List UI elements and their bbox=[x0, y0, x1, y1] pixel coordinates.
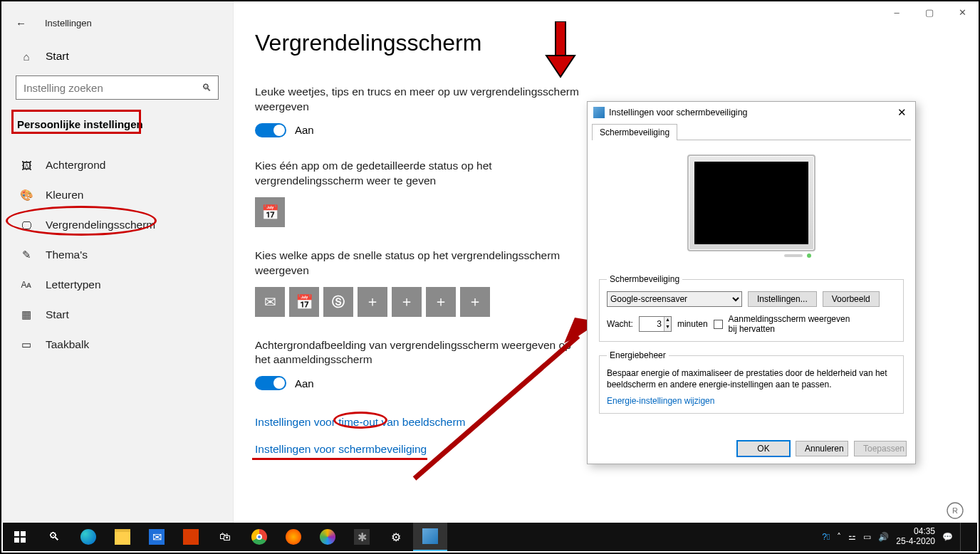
window-title: Instellingen bbox=[45, 18, 92, 28]
taskbar-app-firefox[interactable] bbox=[276, 523, 311, 551]
sidebar-home[interactable]: ⌂ Start bbox=[1, 37, 233, 75]
quick-status-tile-add[interactable]: ＋ bbox=[358, 287, 387, 317]
detailed-status-app-tile[interactable]: 📅 bbox=[255, 197, 285, 227]
setting-detailed-app-label: Kies één app om de gedetailleerde status… bbox=[255, 159, 583, 189]
show-desktop-button[interactable] bbox=[960, 523, 973, 551]
tray-chevron-up-icon[interactable]: ˄ bbox=[837, 532, 841, 542]
taskbar-icon: ▭ bbox=[20, 338, 33, 351]
sidebar-home-label: Start bbox=[46, 50, 69, 63]
setting-quick-apps-label: Kies welke apps de snelle status op het … bbox=[255, 249, 583, 278]
dialog-icon bbox=[593, 107, 605, 118]
quick-status-tile-skype[interactable]: Ⓢ bbox=[323, 287, 353, 317]
wait-label: Wacht: bbox=[607, 319, 633, 329]
lockscreen-icon: 🖵 bbox=[20, 219, 33, 231]
minutes-label: minuten bbox=[677, 319, 708, 329]
home-icon: ⌂ bbox=[20, 51, 33, 63]
dialog-cancel-button[interactable]: Annuleren bbox=[796, 441, 848, 456]
dialog-ok-button[interactable]: OK bbox=[737, 441, 790, 456]
sidebar-item-fonts[interactable]: Aᴀ Lettertypen bbox=[1, 270, 233, 300]
search-icon: 🔍︎ bbox=[202, 82, 212, 93]
toggle-tips-state: Aan bbox=[295, 124, 314, 136]
sidebar-item-lockscreen[interactable]: 🖵 Vergrendelingsscherm bbox=[1, 210, 233, 240]
screensaver-dialog: Instellingen voor schermbeveiliging ✕ Sc… bbox=[587, 101, 916, 464]
quick-status-tile-add[interactable]: ＋ bbox=[460, 287, 490, 317]
themes-icon: ✎ bbox=[20, 249, 33, 261]
quick-status-tile-add[interactable]: ＋ bbox=[392, 287, 422, 317]
sidebar-item-label: Lettertypen bbox=[46, 278, 101, 291]
palette-icon: 🎨 bbox=[20, 189, 33, 202]
sidebar-item-label: Thema's bbox=[46, 249, 88, 261]
svg-text:R: R bbox=[952, 506, 958, 515]
page-title: Vergrendelingsscherm bbox=[255, 30, 950, 56]
back-arrow-icon[interactable]: ← bbox=[16, 17, 26, 29]
quick-status-tile-add[interactable]: ＋ bbox=[426, 287, 456, 317]
sidebar-item-label: Start bbox=[46, 308, 69, 321]
sidebar-item-label: Kleuren bbox=[46, 189, 83, 202]
screensaver-preview-monitor bbox=[687, 155, 815, 260]
taskbar-app-settings[interactable]: ⚙ bbox=[379, 523, 413, 551]
taskbar-app-store[interactable]: 🛍 bbox=[208, 523, 242, 551]
taskbar-app-chrome[interactable] bbox=[242, 523, 276, 551]
search-input[interactable] bbox=[16, 75, 219, 100]
link-screen-timeout[interactable]: Instellingen voor time-out van beeldsche… bbox=[255, 416, 466, 429]
wait-minutes-input[interactable] bbox=[640, 317, 664, 331]
taskbar-app-screensaver-dialog[interactable] bbox=[413, 523, 447, 551]
sidebar-item-label: Achtergrond bbox=[46, 159, 105, 172]
svg-rect-2 bbox=[14, 531, 19, 536]
setting-signin-bg-label: Achtergrondafbeelding van vergrendelings… bbox=[255, 338, 583, 368]
sidebar-item-colors[interactable]: 🎨 Kleuren bbox=[1, 180, 233, 210]
resume-login-checkbox[interactable] bbox=[714, 320, 723, 329]
taskbar-app-picasa[interactable] bbox=[311, 523, 345, 551]
picture-icon: 🖼 bbox=[20, 160, 33, 172]
tray-volume-icon[interactable]: 🔊 bbox=[878, 532, 889, 542]
fonts-icon: Aᴀ bbox=[20, 280, 33, 290]
start-icon: ▦ bbox=[20, 308, 33, 321]
svg-rect-4 bbox=[14, 538, 19, 543]
taskbar-clock[interactable]: 04:35 25-4-2020 bbox=[896, 527, 935, 547]
toggle-tips[interactable] bbox=[255, 123, 286, 137]
dialog-close-button[interactable]: ✕ bbox=[895, 106, 909, 119]
dialog-apply-button: Toepassen bbox=[854, 441, 907, 456]
sidebar: ← Instellingen ⌂ Start 🔍︎ Persoonlijke i… bbox=[1, 1, 234, 523]
group-screensaver-label: Schermbeveiliging bbox=[607, 274, 682, 284]
group-energy-label: Energiebeheer bbox=[607, 350, 669, 360]
screensaver-preview-button[interactable]: Voorbeeld bbox=[823, 291, 880, 307]
quick-status-tile-mail[interactable]: ✉ bbox=[255, 287, 285, 317]
screensaver-settings-button[interactable]: Instellingen... bbox=[748, 291, 817, 307]
toggle-signin-bg-state: Aan bbox=[295, 377, 314, 390]
taskbar-app-mail[interactable]: ✉ bbox=[140, 523, 174, 551]
toggle-signin-bg[interactable] bbox=[255, 376, 286, 390]
tray-battery-icon[interactable]: ▭ bbox=[863, 532, 871, 542]
sidebar-item-background[interactable]: 🖼 Achtergrond bbox=[1, 150, 233, 180]
screensaver-select[interactable]: Google-screensaver bbox=[607, 291, 742, 307]
taskbar-app-explorer[interactable] bbox=[105, 523, 140, 551]
link-screensaver-settings[interactable]: Instellingen voor schermbeveiliging bbox=[255, 443, 427, 456]
sidebar-item-taskbar[interactable]: ▭ Taakbalk bbox=[1, 330, 233, 360]
energy-settings-link[interactable]: Energie-instellingen wijzigen bbox=[607, 396, 714, 406]
taskbar-search-icon[interactable]: 🔍︎ bbox=[37, 523, 71, 551]
taskbar-time: 04:35 bbox=[896, 527, 935, 537]
sidebar-item-start[interactable]: ▦ Start bbox=[1, 300, 233, 330]
sidebar-item-label: Vergrendelingsscherm bbox=[46, 219, 155, 231]
dialog-tab-screensaver[interactable]: Schermbeveiliging bbox=[592, 124, 677, 140]
resume-login-label: Aanmeldingsscherm weergeven bij hervatte… bbox=[729, 314, 857, 334]
sidebar-category: Persoonlijke instellingen bbox=[1, 113, 159, 136]
tray-wifi-icon[interactable]: ⚍ bbox=[848, 532, 856, 542]
sidebar-item-label: Taakbalk bbox=[46, 338, 89, 351]
svg-rect-3 bbox=[21, 531, 26, 536]
taskbar-app-edge[interactable] bbox=[71, 523, 105, 551]
tray-help-icon[interactable]: ?⃝ bbox=[822, 532, 830, 542]
taskbar-app-office[interactable] bbox=[174, 523, 208, 551]
quick-status-tile-calendar[interactable]: 📅 bbox=[289, 287, 319, 317]
wait-minutes-spinner[interactable]: ▲▼ bbox=[639, 316, 672, 332]
dialog-title: Instellingen voor schermbeveiliging bbox=[609, 108, 748, 117]
tray-notifications-icon[interactable]: 💬 bbox=[942, 532, 953, 542]
energy-text: Bespaar energie of maximaliseer de prest… bbox=[607, 367, 896, 390]
taskbar-app-screensaver-config[interactable]: ✱ bbox=[345, 523, 379, 551]
start-button[interactable] bbox=[3, 523, 37, 551]
svg-rect-5 bbox=[21, 538, 26, 543]
taskbar: 🔍︎ ✉ 🛍 ✱ ⚙ ?⃝ ˄ ⚍ ▭ 🔊 04:35 25-4-2020 💬 bbox=[3, 523, 977, 551]
taskbar-date: 25-4-2020 bbox=[896, 537, 935, 547]
setting-tips-label: Leuke weetjes, tips en trucs en meer op … bbox=[255, 85, 583, 115]
sidebar-item-themes[interactable]: ✎ Thema's bbox=[1, 240, 233, 270]
